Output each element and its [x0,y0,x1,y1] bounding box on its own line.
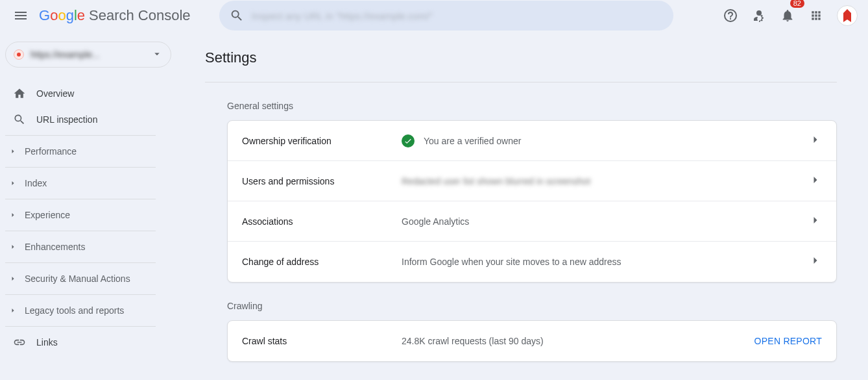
account-avatar[interactable] [837,5,858,26]
category-label: Enhancements [25,242,85,252]
google-search-console-logo: Google Search Console [39,7,191,24]
row-label: Users and permissions [242,176,402,186]
row-value: Redacted user list shown blurred in scre… [402,176,809,186]
category-label: Performance [25,146,77,157]
caret-right-icon [9,179,18,187]
manage-users-button[interactable] [746,3,772,29]
property-name: https://example... [30,49,151,60]
sidebar-item-label: URL inspection [36,114,97,125]
links-icon [13,336,26,349]
search-placeholder: Inspect any URL in "https://example.com/… [252,10,433,21]
caret-right-icon [9,243,18,251]
caret-right-icon [9,211,18,219]
row-value: 24.8K crawl requests (last 90 days) [402,336,754,346]
section-label-crawling: Crawling [227,301,837,311]
sidebar-category-index[interactable]: Index [0,170,182,196]
row-value: Inform Google when your site moves to a … [402,257,809,267]
sidebar-category-security[interactable]: Security & Manual Actions [0,266,182,292]
chevron-down-icon [151,48,163,62]
chevron-right-icon [809,214,822,229]
chevron-right-icon [809,173,822,189]
sidebar-category-enhancements[interactable]: Enhancements [0,234,182,260]
sidebar-item-label: Overview [36,88,74,99]
row-crawl-stats[interactable]: Crawl stats 24.8K crawl requests (last 9… [228,321,836,361]
category-label: Legacy tools and reports [25,305,124,316]
row-change-address[interactable]: Change of address Inform Google when you… [228,242,836,282]
row-value: Google Analytics [402,216,809,227]
help-button[interactable] [717,3,743,29]
sidebar-category-performance[interactable]: Performance [0,138,182,164]
google-apps-button[interactable] [803,3,829,29]
row-users-permissions[interactable]: Users and permissions Redacted user list… [228,161,836,201]
property-favicon [14,49,24,60]
search-icon [13,113,26,126]
sidebar-category-legacy[interactable]: Legacy tools and reports [0,298,182,323]
chevron-right-icon [809,133,822,149]
avatar-icon [843,9,851,22]
row-label: Ownership verification [242,136,402,146]
row-ownership-verification[interactable]: Ownership verification You are a verifie… [228,121,836,161]
general-settings-card: Ownership verification You are a verifie… [227,120,837,283]
property-selector[interactable]: https://example... [5,42,171,68]
sidebar-item-links[interactable]: Links [0,329,182,355]
search-icon [230,8,244,23]
notifications-button[interactable]: 82 [775,3,801,29]
crawling-card: Crawl stats 24.8K crawl requests (last 9… [227,320,837,362]
caret-right-icon [9,307,18,314]
logo-text: Search Console [89,7,191,24]
category-label: Index [25,178,47,188]
home-icon [13,87,26,100]
check-circle-icon [402,134,415,147]
row-label: Crawl stats [242,336,402,346]
notification-badge: 82 [790,0,804,8]
caret-right-icon [9,147,18,155]
section-label-general: General settings [227,101,837,111]
category-label: Experience [25,210,70,220]
row-associations[interactable]: Associations Google Analytics [228,201,836,242]
row-label: Associations [242,216,402,227]
main-content: Settings General settings Ownership veri… [182,31,868,380]
row-label: Change of address [242,257,402,267]
sidebar-category-experience[interactable]: Experience [0,202,182,228]
row-value: You are a verified owner [424,136,521,146]
sidebar-item-overview[interactable]: Overview [0,81,182,107]
sidebar: https://example... Overview URL inspecti… [0,31,182,380]
open-report-link[interactable]: OPEN REPORT [754,336,822,346]
url-inspect-search[interactable]: Inspect any URL in "https://example.com/… [219,1,673,31]
caret-right-icon [9,275,18,283]
page-title: Settings [205,49,837,82]
category-label: Security & Manual Actions [25,273,130,284]
menu-button[interactable] [5,0,36,31]
sidebar-item-label: Links [36,337,58,348]
sidebar-item-url-inspection[interactable]: URL inspection [0,107,182,133]
chevron-right-icon [809,254,822,270]
